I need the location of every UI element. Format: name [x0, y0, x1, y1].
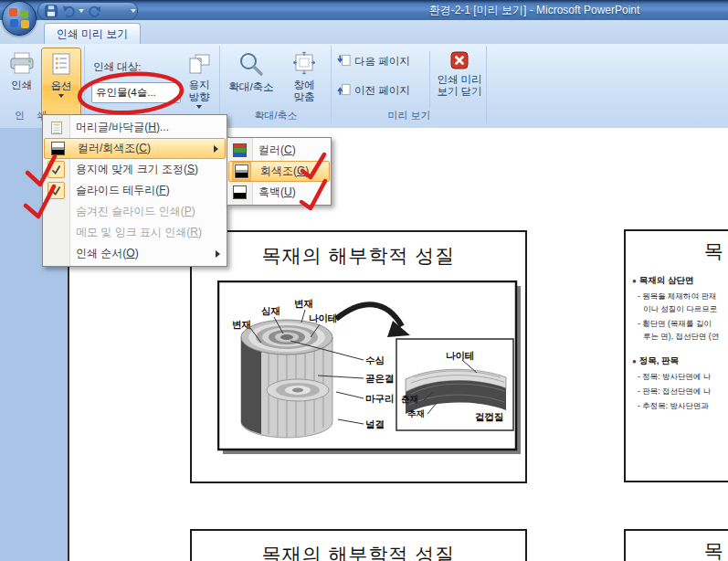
slide-preview-3: 목재의 해부학적 성질: [190, 529, 527, 561]
print-target-label: 인쇄 대상:: [93, 60, 141, 74]
bullet-icon: ●: [632, 277, 637, 285]
undo-icon[interactable]: [61, 4, 76, 18]
office-logo-icon: [9, 8, 17, 16]
svg-text:춘재: 춘재: [401, 394, 418, 404]
save-icon[interactable]: [44, 4, 58, 18]
svg-text:널결: 널결: [365, 418, 385, 429]
close-print-preview-button[interactable]: 인쇄 미리 보기 닫기: [435, 48, 484, 117]
ribbon-group-zoom: 확대/축소 창에 맞춤 확대/축소: [221, 46, 332, 123]
svg-text:마구리: 마구리: [365, 393, 395, 404]
slide-title: 목: [704, 538, 723, 561]
page-orientation-icon: [187, 51, 211, 78]
menu-item-print-hidden-slides: 숨겨진 슬라이드 인쇄(P): [43, 201, 227, 222]
chevron-down-icon: [196, 105, 202, 109]
quick-access-toolbar: [37, 2, 138, 20]
svg-text:추재: 추재: [407, 408, 425, 418]
submenu-item-grayscale[interactable]: 회색조(G): [228, 161, 330, 182]
grayscale-swatch-icon: [45, 142, 71, 155]
svg-text:나이테: 나이테: [309, 312, 338, 323]
next-page-button[interactable]: 다음 페이지: [337, 53, 410, 69]
tab-print-preview[interactable]: 인쇄 미리 보기: [44, 23, 141, 45]
svg-text:겉껍질: 겉껍질: [475, 411, 504, 422]
menu-item-header-footer[interactable]: 머리글/바닥글(H)...: [43, 117, 227, 138]
previous-page-icon: [337, 82, 351, 99]
undo-dropdown-icon[interactable]: [79, 9, 84, 13]
redo-icon[interactable]: [87, 4, 101, 18]
slide-preview-4: 목: [624, 529, 728, 561]
color-swatch-icon: [227, 143, 252, 157]
wood-anatomy-diagram: 변재 심재 변재 나이테 수심 곧은결 마구리 널결: [217, 280, 522, 456]
slide-title: 목재의 해부학적 성질: [192, 542, 525, 561]
title-bar: 환경-2-1 [미리 보기] - Microsoft PowerPoint: [0, 0, 728, 20]
black-white-swatch-icon: [227, 185, 252, 199]
slide-title: 목: [704, 238, 723, 264]
menu-item-print-comments: 메모 및 잉크 표시 인쇄(R): [43, 222, 227, 243]
print-target-combobox[interactable]: 유인물(4슬...: [91, 82, 181, 103]
group-label-zoom: 확대/축소: [221, 109, 331, 122]
close-x-icon: [450, 51, 469, 72]
menu-item-frame-slides[interactable]: 슬라이드 테두리(F): [43, 180, 227, 201]
options-button-label: 옵션: [51, 80, 72, 92]
office-button[interactable]: [2, 1, 37, 36]
svg-text:곧은결: 곧은결: [365, 373, 395, 384]
submenu-arrow-icon: [216, 250, 220, 258]
svg-text:심재: 심재: [261, 305, 280, 316]
slide-title: 목재의 해부학적 성질: [192, 243, 525, 269]
menu-item-color-grayscale[interactable]: 컬러/회색조(C): [44, 138, 226, 159]
submenu-arrow-icon: [214, 145, 218, 153]
svg-text:변재: 변재: [232, 319, 251, 330]
slide-preview-1: 목재의 해부학적 성질: [190, 230, 527, 483]
color-grayscale-submenu: 컬러(C) 회색조(G) 흑백(U): [227, 137, 332, 206]
document-icon: [43, 121, 69, 135]
slide-preview-2: 목 ●목재의 삼단면 - 원목을 제재하여 판재 이나 성질이 다르므로 - 횡…: [624, 229, 728, 482]
previous-page-button[interactable]: 이전 페이지: [337, 82, 410, 99]
submenu-item-color[interactable]: 컬러(C): [227, 140, 331, 161]
zoom-button-label: 확대/축소: [228, 81, 273, 93]
grayscale-swatch-icon: [229, 164, 254, 178]
ribbon-group-page-setup: 인쇄 대상: 유인물(4슬... 용지 방향: [86, 46, 220, 123]
separator: [429, 51, 430, 108]
window-title: 환경-2-1 [미리 보기] - Microsoft PowerPoint: [347, 3, 722, 19]
options-list-page-icon: [50, 52, 72, 79]
options-menu: 머리글/바닥글(H)... 컬러/회색조(C) 용지에 맞게 크기 조정(S) …: [42, 114, 227, 267]
chevron-down-icon: [58, 94, 64, 98]
checkmark-icon: [47, 161, 65, 178]
submenu-item-pure-black-white[interactable]: 흑백(U): [227, 182, 331, 203]
print-button-label: 인쇄: [11, 79, 32, 91]
printer-icon: [9, 51, 35, 78]
checkmark-icon: [47, 182, 65, 199]
next-page-icon: [337, 53, 351, 69]
fit-to-window-icon: [291, 51, 317, 78]
ribbon-group-preview: 다음 페이지 이전 페이지 인쇄 미리 보기 닫기 미리 보기: [332, 46, 487, 123]
magnifier-icon: [237, 51, 265, 79]
svg-text:수심: 수심: [365, 355, 385, 365]
zoom-button[interactable]: 확대/축소: [223, 48, 280, 111]
qat-customize-chevron-down-icon[interactable]: [128, 5, 139, 17]
svg-text:변재: 변재: [294, 298, 313, 309]
menu-item-print-order[interactable]: 인쇄 순서(O): [43, 243, 227, 264]
orientation-button[interactable]: 용지 방향: [181, 48, 217, 121]
menu-item-scale-to-fit[interactable]: 용지에 맞게 크기 조정(S): [43, 159, 227, 180]
ribbon-tab-row: 인쇄 미리 보기: [0, 20, 728, 44]
ribbon-group-print: 인쇄 옵션 인쇄: [2, 46, 85, 123]
print-button[interactable]: 인쇄: [4, 48, 39, 108]
powerpoint-window: 환경-2-1 [미리 보기] - Microsoft PowerPoint 인쇄…: [0, 0, 728, 561]
group-label-preview: 미리 보기: [332, 109, 486, 122]
svg-text:나이테: 나이테: [446, 350, 475, 361]
